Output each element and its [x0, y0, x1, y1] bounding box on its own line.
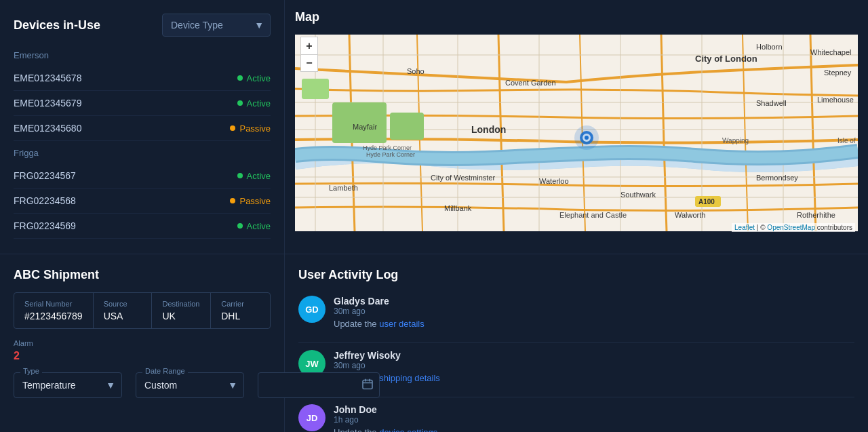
activity-log-title: User Activity Log	[298, 268, 854, 282]
activity-content: Jeffrey Wisoky 30m ago Update the shippi…	[334, 350, 854, 383]
activity-link[interactable]: user details	[379, 319, 424, 329]
map-panel: Map	[285, 0, 868, 254]
activity-link[interactable]: shipping details	[379, 373, 440, 383]
divider	[298, 342, 854, 343]
status-text: Active	[247, 221, 271, 231]
frigga-group: Frigga FRG02234567 Active FRG02234568 Pa…	[14, 148, 271, 239]
devices-header: Devices in-Use Device TypeAllType AType …	[14, 14, 271, 37]
activity-name: John Doe	[334, 404, 854, 415]
device-id: EME012345678	[14, 73, 81, 83]
table-row[interactable]: EME012345678 Active	[14, 66, 271, 91]
svg-text:Soho: Soho	[407, 67, 425, 75]
table-row[interactable]: FRG02234568 Passive	[14, 189, 271, 214]
type-filter-group: Type Temperature Humidity Pressure ▼	[14, 372, 122, 398]
map-title: Map	[295, 10, 858, 24]
svg-text:Isle of D...: Isle of D...	[837, 137, 858, 144]
date-input[interactable]	[258, 372, 380, 398]
svg-text:Hyde Park Corner: Hyde Park Corner	[363, 144, 412, 151]
device-id: FRG02234567	[14, 170, 76, 181]
destination-label: Destination	[162, 300, 200, 308]
status-text: Active	[247, 98, 271, 109]
status-badge: Passive	[230, 123, 271, 134]
svg-rect-16	[302, 79, 329, 99]
source-value: USA	[104, 311, 142, 321]
alarm-value: 2	[14, 350, 271, 362]
svg-text:London: London	[471, 124, 506, 135]
svg-text:A100: A100	[698, 198, 715, 205]
table-row[interactable]: FRG02234569 Active	[14, 214, 271, 239]
destination-value: UK	[162, 311, 200, 321]
device-type-select[interactable]: Device TypeAllType AType B	[162, 14, 271, 37]
map-attribution: Leaflet | © OpenStreetMap contributors	[732, 223, 855, 232]
status-badge: Active	[237, 171, 271, 181]
carrier-cell: Carrier DHL	[211, 293, 270, 328]
device-id: EME012345680	[14, 123, 81, 134]
status-text: Active	[247, 171, 271, 181]
date-input-group	[258, 372, 380, 398]
svg-text:Stepney: Stepney	[824, 68, 852, 77]
activity-description: Update the user details	[334, 319, 854, 329]
activity-name: Jeffrey Wisoky	[334, 350, 854, 361]
divider	[298, 397, 854, 397]
destination-cell: Destination UK	[152, 293, 211, 328]
svg-text:Holborn: Holborn	[756, 43, 783, 51]
type-select-wrapper: Temperature Humidity Pressure ▼	[14, 372, 122, 398]
svg-text:Covent Garden: Covent Garden	[505, 79, 556, 87]
status-badge: Active	[237, 221, 271, 231]
date-range-filter-group: Date Range Custom Last 7 Days Last 30 Da…	[136, 372, 244, 398]
list-item: JD John Doe 1h ago Update the device set…	[298, 404, 854, 432]
svg-text:Waterloo: Waterloo	[539, 177, 569, 185]
svg-text:Limehouse: Limehouse	[817, 96, 854, 104]
type-filter-label: Type	[20, 367, 42, 375]
devices-panel: Devices in-Use Device TypeAllType AType …	[0, 0, 285, 254]
filters-row: Type Temperature Humidity Pressure ▼ Dat…	[14, 372, 271, 398]
list-item: GD Gladys Dare 30m ago Update the user d…	[298, 296, 854, 329]
source-cell: Source USA	[94, 293, 153, 328]
status-dot-passive	[230, 125, 235, 131]
zoom-in-button[interactable]: +	[300, 37, 318, 54]
status-dot-active	[237, 75, 243, 81]
devices-title: Devices in-Use	[14, 18, 100, 33]
table-row[interactable]: EME012345679 Active	[14, 91, 271, 116]
status-dot-active	[237, 223, 243, 229]
map-controls: + −	[300, 37, 318, 72]
date-range-label: Date Range	[142, 367, 188, 375]
type-select[interactable]: Temperature Humidity Pressure	[14, 372, 122, 398]
alarm-section: Alarm 2	[14, 339, 271, 362]
serial-number-label: Serial Number	[24, 300, 83, 308]
svg-text:Rotherhithe: Rotherhithe	[797, 211, 835, 219]
leaflet-link[interactable]: Leaflet	[734, 224, 755, 231]
zoom-out-button[interactable]: −	[300, 54, 318, 72]
svg-text:City of London: City of London	[695, 54, 757, 64]
status-dot-passive	[230, 198, 235, 203]
status-text: Passive	[239, 123, 271, 134]
status-dot-active	[237, 173, 243, 178]
osm-link[interactable]: OpenStreetMap	[767, 224, 815, 231]
svg-text:Southwark: Southwark	[620, 191, 656, 199]
table-row[interactable]: EME012345680 Passive	[14, 116, 271, 141]
status-dot-active	[237, 100, 243, 106]
svg-rect-15	[390, 113, 424, 140]
emerson-group: Emerson EME012345678 Active EME012345679…	[14, 50, 271, 141]
frigga-group-label: Frigga	[14, 148, 271, 158]
svg-text:Bermondsey: Bermondsey	[756, 174, 798, 182]
activity-link[interactable]: device settings	[379, 427, 437, 432]
activity-panel: User Activity Log GD Gladys Dare 30m ago…	[285, 254, 868, 432]
date-range-select[interactable]: Custom Last 7 Days Last 30 Days	[136, 372, 244, 398]
svg-text:Millbank: Millbank	[444, 204, 472, 212]
activity-time: 30m ago	[334, 307, 854, 316]
svg-text:Whitechapel: Whitechapel	[810, 48, 852, 56]
list-item: JW Jeffrey Wisoky 30m ago Update the shi…	[298, 350, 854, 383]
device-id: FRG02234568	[14, 195, 76, 206]
table-row[interactable]: FRG02234567 Active	[14, 163, 271, 189]
svg-text:Elephant and Castle: Elephant and Castle	[559, 211, 627, 219]
serial-number-cell: Serial Number #2123456789	[14, 293, 94, 328]
map-container[interactable]: Holborn Soho Covent Garden City of Londo…	[295, 31, 858, 235]
activity-description: Update the shipping details	[334, 373, 854, 383]
svg-point-45	[574, 125, 599, 150]
attribution-suffix: contributors	[817, 224, 852, 231]
device-type-select-wrapper: Device TypeAllType AType B ▼	[162, 14, 271, 37]
svg-text:Wapping: Wapping	[722, 137, 749, 144]
shipment-panel: ABC Shipment Serial Number #2123456789 S…	[0, 254, 285, 432]
device-id: EME012345679	[14, 98, 81, 109]
